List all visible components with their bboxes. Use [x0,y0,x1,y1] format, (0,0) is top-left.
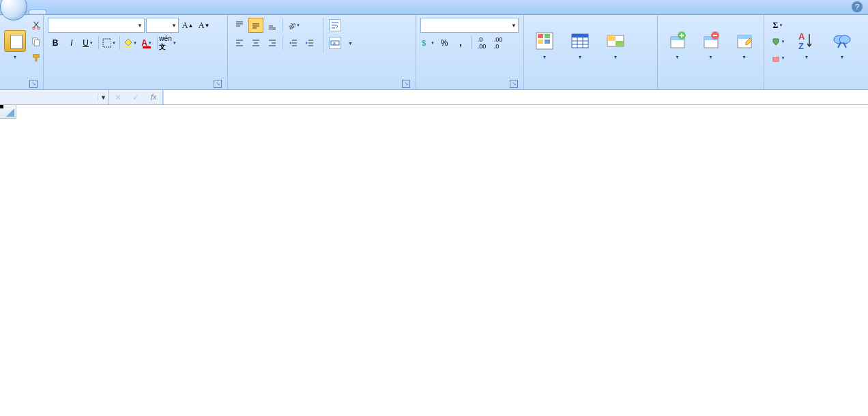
conditional-format-button[interactable]: ▼ [528,18,561,71]
font-name-combo[interactable]: ▼ [48,18,145,33]
border-button[interactable]: ▼ [102,35,117,50]
svg-rect-40 [538,40,543,44]
align-right-button[interactable] [265,35,280,50]
align-bottom-button[interactable] [265,18,280,33]
paste-icon [4,30,26,52]
dialog-launcher-icon[interactable]: ↘ [29,80,38,88]
fill-button[interactable]: ▼ [768,34,787,49]
formula-bar: ▼ ✕ ✓ fx [0,90,868,105]
svg-text:ab: ab [287,20,295,30]
dropdown-icon[interactable]: ▼ [98,94,108,101]
find-select-button[interactable]: ▼ [826,18,858,71]
group-editing-label [768,77,864,89]
cancel-formula-button[interactable]: ✕ [109,90,127,105]
format-painter-button[interactable] [29,50,44,65]
svg-rect-7 [124,46,132,48]
tab-insert[interactable] [46,10,63,14]
dropdown-icon: ▼ [13,55,18,59]
font-size-combo[interactable]: ▼ [146,18,179,33]
group-styles-label [528,77,653,89]
formula-input[interactable] [163,90,868,104]
format-icon [734,30,755,52]
clear-button[interactable]: ▼ [768,50,787,65]
dialog-launcher-icon[interactable]: ↘ [402,80,410,88]
cut-button[interactable] [29,18,44,33]
svg-text:$: $ [422,39,426,47]
tab-home[interactable] [29,10,46,14]
column-headers [16,105,868,119]
insert-icon [667,30,689,52]
align-center-button[interactable] [248,35,263,50]
wrap-text-button[interactable] [329,18,353,33]
orientation-button[interactable]: ab▼ [286,18,301,33]
format-cells-button[interactable]: ▼ [729,18,760,71]
dialog-launcher-icon[interactable]: ↘ [510,80,518,88]
svg-rect-38 [538,34,543,38]
decrease-indent-button[interactable] [286,35,301,50]
shrink-font-button[interactable]: A▼ [197,18,212,33]
align-left-button[interactable] [232,35,247,50]
name-box[interactable]: ▼ [0,90,109,104]
italic-button[interactable]: I [64,35,79,50]
ribbon: ▼ ↘ ▼ ▼ A▲ A▼ B I U▼ ▼ [0,15,868,90]
tab-data[interactable] [96,10,112,14]
tab-addins[interactable] [161,10,177,14]
help-icon[interactable]: ? [852,1,863,12]
format-as-table-button[interactable]: ▼ [564,18,596,71]
tab-review[interactable] [112,10,128,14]
number-format-combo[interactable]: ▼ [420,18,519,33]
paste-button[interactable]: ▼ [4,18,26,71]
copy-button[interactable] [29,34,44,49]
dialog-launcher-icon[interactable]: ↘ [214,80,222,88]
align-middle-button[interactable] [248,18,263,33]
tab-layout[interactable] [63,10,79,14]
svg-rect-3 [34,40,39,46]
fx-button[interactable]: fx [145,90,162,105]
font-color-button[interactable]: A▼ [139,35,154,50]
phonetic-button[interactable]: wén文▼ [160,35,175,50]
underline-button[interactable]: U▼ [81,35,96,50]
tab-formula[interactable] [79,10,96,14]
svg-rect-5 [35,57,38,61]
bold-button[interactable]: B [48,35,63,50]
svg-text:Z: Z [798,41,804,51]
comma-button[interactable]: , [453,35,468,50]
table-format-icon [569,30,591,52]
cell-styles-button[interactable]: ▼ [599,18,632,71]
group-font-label: ↘ [48,77,223,89]
svg-rect-39 [545,34,550,38]
delete-icon [700,30,722,52]
increase-indent-button[interactable] [302,35,317,50]
svg-point-63 [839,35,850,44]
sort-filter-button[interactable]: AZ ▼ [790,18,823,71]
svg-rect-59 [773,57,779,61]
percent-button[interactable]: % [437,35,452,50]
insert-cells-button[interactable]: ▼ [662,18,693,71]
group-number-label: ↘ [420,77,519,89]
svg-rect-43 [572,34,588,38]
delete-cells-button[interactable]: ▼ [695,18,726,71]
grow-font-button[interactable]: A▲ [180,18,195,33]
worksheet [0,105,868,416]
currency-button[interactable]: $▼ [420,35,435,50]
find-icon [831,30,853,52]
tab-dev[interactable] [145,10,161,14]
accept-formula-button[interactable]: ✓ [127,90,145,105]
svg-text:A: A [798,31,805,42]
select-all-corner[interactable] [0,105,16,119]
decrease-decimal-button[interactable]: .00.0 [491,35,506,50]
align-top-button[interactable] [232,18,247,33]
ribbon-tabs: ? [0,0,868,15]
group-clipboard-label: ↘ [4,77,39,89]
fill-color-button[interactable]: ▼ [123,35,138,50]
autosum-button[interactable]: Σ▼ [768,18,787,33]
tab-pdf[interactable] [177,10,194,14]
sort-filter-icon: AZ [796,30,818,52]
merge-center-button[interactable]: a▼ [329,35,353,50]
increase-decimal-button[interactable]: .0.00 [474,35,489,50]
svg-rect-8 [143,46,151,48]
group-cells-label [662,77,760,89]
svg-rect-4 [33,55,40,57]
svg-rect-58 [738,35,751,39]
tab-view[interactable] [128,10,145,14]
